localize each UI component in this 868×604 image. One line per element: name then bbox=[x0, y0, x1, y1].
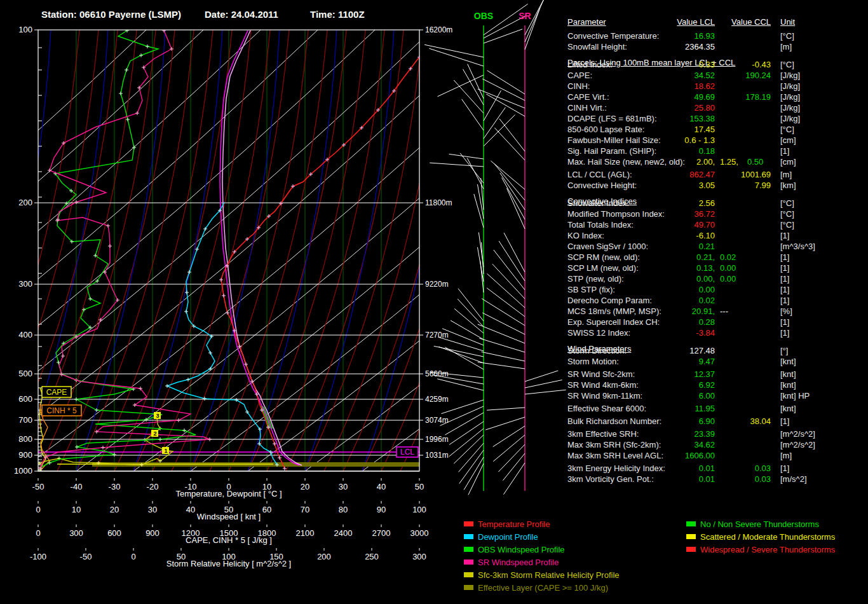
value-lcl: 2.00, bbox=[639, 157, 715, 167]
value-lcl: 49.70 bbox=[639, 220, 715, 230]
value-lcl: 11.95 bbox=[639, 404, 715, 414]
legend-swatch bbox=[464, 559, 473, 565]
value-lcl: 9.47 bbox=[639, 357, 715, 367]
row-unit: [°C] bbox=[780, 220, 794, 230]
axis-tick-label: -100 bbox=[30, 552, 46, 561]
row-unit: [1] bbox=[780, 252, 789, 263]
value-lcl: 0.21 bbox=[639, 242, 715, 252]
value-lcl: 20.91, bbox=[639, 306, 715, 317]
value-lcl: 16.93 bbox=[639, 31, 715, 41]
row-label: SWISS 12 Index: bbox=[567, 328, 630, 338]
value-lcl: 153.38 bbox=[639, 114, 715, 124]
row-unit: [knt] HP bbox=[780, 391, 810, 401]
row-unit: [m^2/s^2] bbox=[780, 440, 815, 450]
value-extra: 0.00 bbox=[720, 263, 736, 273]
row-unit: [m] bbox=[780, 170, 792, 180]
value-lcl: 34.62 bbox=[639, 440, 715, 450]
value-lcl: 23.39 bbox=[639, 429, 715, 439]
row-label: SR Wind 4km-6km: bbox=[567, 380, 639, 390]
row-unit: [m] bbox=[780, 42, 792, 52]
axis-tick-label: 2700 bbox=[372, 528, 391, 538]
row-unit: [°C] bbox=[780, 198, 794, 209]
legend-label: Dewpoint Profile bbox=[478, 532, 538, 542]
row-label: Snowfall Height: bbox=[567, 42, 627, 52]
value-ccl: 178.19 bbox=[695, 92, 771, 102]
row-label: CAPE Virt.: bbox=[567, 92, 609, 102]
value-lcl: 6.92 bbox=[639, 380, 715, 390]
axis-tick-label: 3000 bbox=[410, 528, 429, 538]
row-unit: [1] bbox=[780, 231, 789, 241]
row-unit: [m^3/s^3] bbox=[780, 242, 815, 252]
value-extra: --- bbox=[720, 306, 728, 317]
value-lcl: 0.21, bbox=[639, 252, 715, 263]
value-lcl: 12.37 bbox=[639, 369, 715, 380]
row-label: Craven SigSvr / 1000: bbox=[567, 242, 648, 252]
value-lcl: 0.13, bbox=[639, 263, 715, 273]
row-label: CAPE: bbox=[567, 71, 592, 81]
row-unit: [1] bbox=[780, 285, 789, 295]
row-unit: [J/kg] bbox=[780, 114, 800, 124]
row-label: SB STP (fix): bbox=[567, 285, 615, 295]
row-label: Showalter Index: bbox=[567, 198, 629, 209]
value-extra: 1.25, bbox=[720, 157, 738, 167]
axis-tick-label: 250 bbox=[365, 552, 379, 561]
legend-label: Scattered / Moderate Thunderstorms bbox=[700, 532, 835, 542]
axis-tick-label: 0 bbox=[36, 528, 40, 538]
row-unit: [%] bbox=[780, 306, 792, 317]
parameter-table: Parameter Value LCL Value CCL Unit Conve… bbox=[0, 0, 868, 521]
row-unit: [°C] bbox=[780, 209, 794, 219]
legend-swatch bbox=[464, 521, 473, 526]
value-ccl: 1001.69 bbox=[695, 170, 771, 180]
row-label: SR Wind Sfc-2km: bbox=[567, 369, 635, 380]
row-label: Effective Shear 6000: bbox=[567, 404, 646, 414]
value-lcl: 6.00 bbox=[639, 391, 715, 401]
legend-label: SR Windspeed Profile bbox=[478, 558, 559, 567]
value-lcl: -6.10 bbox=[639, 231, 715, 241]
value-ccl: -0.43 bbox=[695, 60, 771, 70]
row-unit: [J/kg] bbox=[780, 81, 800, 92]
row-unit: [cm] bbox=[780, 157, 796, 167]
row-unit: [°C] bbox=[780, 60, 794, 70]
row-unit: [1] bbox=[780, 463, 789, 474]
value-ccl: 190.24 bbox=[695, 71, 771, 81]
row-unit: [knt] bbox=[780, 404, 796, 414]
axis-tick-label: 300 bbox=[69, 528, 83, 538]
value-extra: 0.00 bbox=[720, 274, 736, 284]
legend-swatch bbox=[686, 521, 696, 526]
row-label: STP (new, old): bbox=[567, 274, 624, 284]
row-unit: [1] bbox=[780, 317, 789, 327]
value-lcl: 25.80 bbox=[639, 103, 715, 113]
row-unit: [J/kg] bbox=[780, 71, 800, 81]
row-unit: [1] bbox=[780, 416, 789, 427]
axis-tick-label: 900 bbox=[146, 528, 159, 538]
row-unit: [cm] bbox=[780, 135, 796, 146]
row-unit: [km] bbox=[780, 181, 796, 191]
value-lcl: 0.02 bbox=[639, 296, 715, 306]
row-unit: [1] bbox=[780, 274, 789, 284]
row-label: Lifted Index: bbox=[567, 60, 613, 70]
row-unit: [°C] bbox=[780, 125, 794, 135]
legend-label: Effective Layer (CAPE >= 100 J/kg) bbox=[478, 583, 608, 593]
value-lcl: 2.56 bbox=[639, 198, 715, 209]
row-unit: [°C] bbox=[780, 31, 794, 41]
value-lcl: 0.18 bbox=[639, 146, 715, 156]
value-lcl: 0.00 bbox=[639, 285, 715, 295]
value-lcl: 0.6 - 1.3 bbox=[639, 135, 715, 146]
row-label: 850-600 Lapse Rate: bbox=[567, 125, 644, 135]
axis-tick-label: 600 bbox=[107, 528, 121, 538]
row-label: CINH: bbox=[567, 81, 590, 92]
legend-label: Temperature Profile bbox=[478, 519, 550, 529]
legend-swatch bbox=[464, 585, 473, 590]
value-extra2: 0.50 bbox=[747, 157, 763, 167]
axis-tick-label: 2400 bbox=[334, 528, 353, 538]
value-ccl: 38.04 bbox=[695, 416, 771, 427]
row-label: KO Index: bbox=[567, 231, 604, 241]
row-label: Storm Motion: bbox=[567, 357, 619, 367]
legend-swatch bbox=[686, 534, 696, 539]
row-unit: [1] bbox=[780, 328, 789, 338]
legend-swatch bbox=[464, 572, 473, 577]
value-extra: 0.02 bbox=[720, 252, 736, 263]
row-unit: [J/kg] bbox=[780, 92, 800, 102]
value-ccl: 0.03 bbox=[695, 474, 771, 484]
value-lcl: 36.72 bbox=[639, 209, 715, 219]
